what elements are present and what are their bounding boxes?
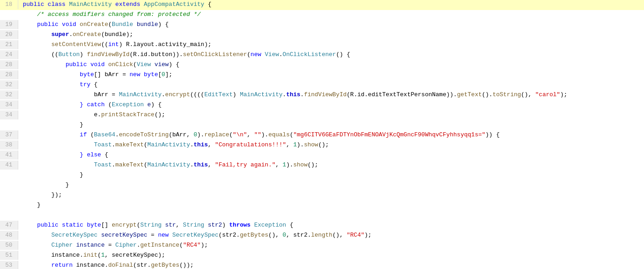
- token-methodname: findViewById: [304, 91, 347, 98]
- token-plain: ).: [261, 131, 269, 138]
- token-plain: [23, 41, 51, 48]
- code-content: }: [23, 120, 83, 130]
- token-methodname: getBytes: [240, 232, 268, 238]
- token-classname: EditText: [204, 91, 233, 98]
- token-plain: ,: [208, 141, 215, 148]
- token-plain: [23, 71, 80, 78]
- token-methodname: replace: [204, 131, 229, 138]
- code-content: Toast.makeText(MainActivity.this, "Fail,…: [23, 160, 318, 170]
- code-line: /* access modifiers changed from: protec…: [0, 10, 644, 20]
- token-classname: Cipher: [115, 242, 137, 248]
- token-plain: {: [94, 81, 98, 88]
- token-plain: ();: [318, 141, 329, 148]
- token-plain: (: [108, 21, 112, 28]
- token-plain: [23, 262, 51, 269]
- line-number: 38: [0, 140, 18, 150]
- token-plain: .: [190, 161, 194, 168]
- token-plain: (R.id.editTextTextPersonName)).: [347, 91, 457, 98]
- token-plain: .: [115, 131, 119, 138]
- code-content: } catch (Exception e) {: [23, 100, 161, 110]
- token-kw-catch: } catch: [80, 101, 108, 108]
- code-content: public class MainActivity extends AppCom…: [23, 0, 212, 10]
- token-classname: SecretKeySpec: [172, 232, 218, 238]
- token-plain: (),: [332, 232, 347, 238]
- token-kw-void: void: [62, 21, 80, 28]
- token-classname: String: [183, 222, 208, 228]
- line-number: 28: [0, 60, 18, 69]
- token-plain: ): [80, 51, 87, 58]
- token-plain: ();: [155, 111, 165, 118]
- token-plain: ,: [247, 131, 254, 138]
- token-number: 1: [293, 141, 297, 148]
- token-param: str2: [208, 222, 222, 228]
- code-content: bArr = MainActivity.encrypt((((EditText)…: [23, 90, 567, 100]
- code-line: 32 try {: [0, 80, 644, 90]
- token-plain: (: [90, 131, 94, 138]
- code-line: }: [0, 201, 644, 211]
- token-kw-void: void: [90, 61, 108, 68]
- token-kw-throws: throws: [229, 222, 254, 228]
- line-number: 24: [0, 50, 18, 59]
- token-plain: (: [179, 242, 183, 248]
- token-methodname: getInstance: [140, 242, 179, 248]
- token-methodname: makeText: [115, 141, 144, 148]
- token-plain: .: [279, 51, 283, 58]
- token-param: e: [147, 101, 151, 108]
- token-kw-if: if: [80, 131, 90, 138]
- token-kw-class: class: [48, 1, 69, 8]
- line-number: 32: [0, 90, 18, 99]
- token-classname: Button: [58, 51, 80, 58]
- line-number: 51: [0, 251, 18, 260]
- line-number: 41: [0, 160, 18, 170]
- code-content: SecretKeySpec secretKeySpec = new Secret…: [23, 231, 372, 240]
- token-plain: }: [23, 181, 69, 188]
- token-plain: [23, 21, 37, 28]
- token-plain: ) R.layout.activity_main);: [119, 41, 212, 48]
- token-plain: ());: [179, 262, 193, 269]
- code-line: [0, 211, 644, 221]
- token-plain: ).: [197, 131, 204, 138]
- token-kw-return: return: [51, 262, 76, 269]
- code-line: });: [0, 191, 644, 201]
- token-methodname: doFinal: [108, 262, 133, 269]
- token-methodname: encodeToString: [119, 131, 169, 138]
- token-plain: {: [208, 1, 212, 8]
- code-content: public void onClick(View view) {: [23, 60, 179, 70]
- line-number: 28: [0, 70, 18, 79]
- code-line: }: [0, 181, 644, 191]
- token-plain: instance.: [23, 252, 83, 259]
- token-plain: ): [233, 91, 240, 98]
- line-number: 41: [0, 150, 18, 160]
- token-plain: ((: [23, 51, 58, 58]
- token-methodname: onCreate: [73, 31, 101, 38]
- code-content: /* access modifiers changed from: protec…: [23, 10, 201, 20]
- token-plain: (),: [268, 232, 282, 238]
- token-plain: [23, 151, 80, 158]
- token-methodname: onClick: [108, 61, 133, 68]
- token-methodname: findViewById: [87, 51, 130, 58]
- token-plain: []: [101, 222, 112, 228]
- code-content: try {: [23, 80, 98, 90]
- token-kw-extends: extends: [115, 1, 144, 8]
- token-plain: [] bArr =: [94, 71, 130, 78]
- token-kw-byte: byte: [144, 71, 158, 78]
- token-methodname: encrypt: [165, 91, 190, 98]
- line-number: 34: [0, 110, 18, 119]
- line-number: 53: [0, 261, 18, 269]
- line-number: 20: [0, 30, 18, 39]
- token-plain: (str2.: [218, 232, 240, 238]
- token-plain: ,: [275, 161, 283, 168]
- code-content: setContentView((int) R.layout.activity_m…: [23, 40, 212, 50]
- token-plain: (: [144, 161, 147, 168]
- token-plain: [23, 131, 80, 138]
- token-classname: MainActivity: [147, 141, 190, 148]
- token-methodname: init: [83, 252, 98, 259]
- token-kw-this: this: [194, 161, 208, 168]
- token-param: bundle: [137, 21, 158, 28]
- token-plain: .: [190, 141, 194, 148]
- code-content: e.printStackTrace();: [23, 110, 165, 120]
- code-line: 53 return instance.doFinal(str.getBytes(…: [0, 261, 644, 269]
- code-content: }: [23, 201, 41, 210]
- token-methodname: setContentView: [51, 41, 101, 48]
- token-number: 0: [161, 71, 165, 78]
